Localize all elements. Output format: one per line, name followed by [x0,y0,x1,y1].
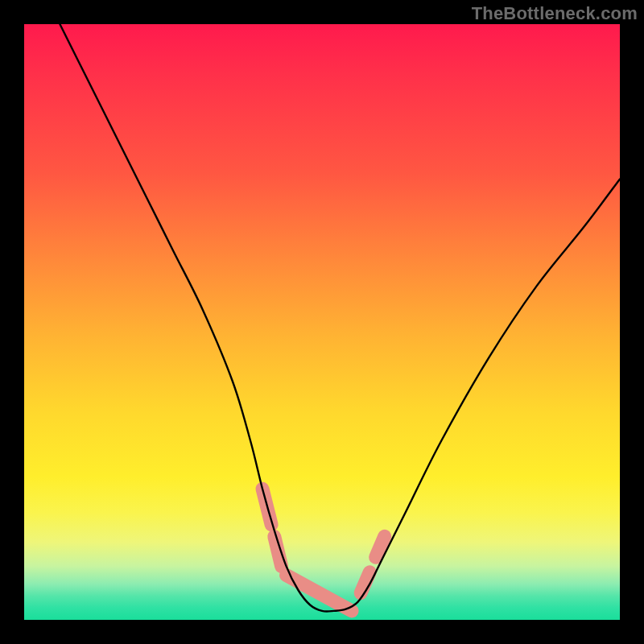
watermark-text: TheBottleneck.com [472,3,638,24]
marker-capsule [376,536,385,557]
marker-capsule [361,572,369,593]
marker-capsule [262,489,271,524]
plot-area [24,24,620,620]
marker-layer [262,489,385,611]
marker-capsule [275,536,282,566]
chart-frame: TheBottleneck.com [0,0,644,644]
marker-capsule [287,576,352,611]
bottleneck-curve-svg [24,24,620,620]
bottleneck-curve-path [60,24,620,612]
